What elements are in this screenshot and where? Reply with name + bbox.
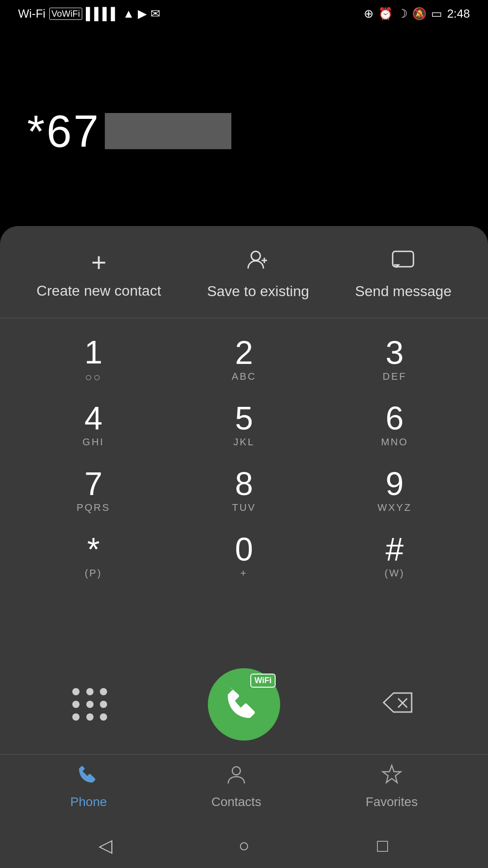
- location-icon: ▶: [138, 7, 147, 21]
- status-right: ⊕ ⏰ ☽ 🔕 ▭ 2:48: [364, 7, 470, 21]
- key-9-letters: WXYZ: [378, 502, 412, 514]
- clock-icon: ⏰: [378, 7, 393, 21]
- key-star-letters: (P): [85, 567, 102, 580]
- send-message-button[interactable]: Send message: [355, 249, 451, 300]
- moon-icon: ☽: [397, 7, 408, 21]
- backspace-icon: [382, 689, 413, 720]
- back-button[interactable]: ◁: [87, 827, 123, 863]
- action-row: + Create new contact Save to existing: [0, 226, 488, 318]
- key-hash-number: #: [385, 533, 404, 566]
- svg-point-6: [232, 767, 240, 775]
- key-5-number: 5: [235, 402, 253, 434]
- time-label: 2:48: [447, 7, 470, 21]
- system-nav-bar: ◁ ○ □: [0, 823, 488, 868]
- key-8-letters: TUV: [232, 502, 256, 514]
- nav-tabs: Phone Contacts Favorites: [0, 754, 488, 823]
- key-8-number: 8: [235, 467, 253, 500]
- tab-contacts-label: Contacts: [211, 795, 262, 809]
- key-0[interactable]: 0 +: [169, 524, 319, 589]
- key-8[interactable]: 8 TUV: [169, 458, 319, 524]
- key-6[interactable]: 6 MNO: [319, 393, 470, 458]
- email-icon: ✉: [150, 7, 160, 21]
- key-6-number: 6: [385, 402, 404, 434]
- carrier-label: Wi-Fi: [18, 7, 46, 21]
- key-3[interactable]: 3 DEF: [319, 327, 470, 393]
- dialpad-dots-button[interactable]: [63, 677, 117, 731]
- key-3-number: 3: [385, 336, 404, 369]
- dots-grid-icon: [72, 688, 108, 721]
- key-2-letters: ABC: [232, 371, 256, 383]
- bottom-action-row: WiFi: [0, 664, 488, 754]
- key-4-number: 4: [84, 402, 103, 434]
- recents-button[interactable]: □: [365, 827, 401, 863]
- call-button[interactable]: WiFi: [208, 668, 280, 741]
- home-icon: ○: [239, 835, 249, 856]
- key-9-number: 9: [385, 467, 404, 500]
- key-7-letters: PQRS: [76, 502, 110, 514]
- key-4[interactable]: 4 GHI: [18, 393, 169, 458]
- key-4-letters: GHI: [83, 436, 104, 449]
- keypad: 1 ○○ 2 ABC 3 DEF 4 GHI 5 JKL 6 MNO 7 PQR…: [0, 318, 488, 664]
- recents-icon: □: [377, 835, 388, 856]
- backspace-button[interactable]: [371, 677, 425, 731]
- key-1-number: 1: [84, 336, 103, 368]
- dialer-display: *67: [0, 27, 488, 235]
- key-hash[interactable]: # (W): [319, 524, 470, 589]
- status-left: Wi-Fi VoWiFi ▌▌▌▌ ▲ ▶ ✉: [18, 7, 160, 21]
- phone-handset-icon: [226, 686, 262, 722]
- key-9[interactable]: 9 WXYZ: [319, 458, 470, 524]
- favorites-tab-icon: [381, 764, 403, 790]
- tab-phone-label: Phone: [70, 795, 107, 809]
- save-to-existing-button[interactable]: Save to existing: [207, 249, 309, 300]
- key-5-letters: JKL: [234, 436, 255, 449]
- key-7-number: 7: [84, 467, 103, 500]
- key-hash-letters: (W): [385, 567, 404, 580]
- tab-phone[interactable]: Phone: [70, 764, 107, 809]
- tab-contacts[interactable]: Contacts: [211, 764, 262, 809]
- create-new-contact-label: Create new contact: [37, 283, 161, 299]
- phone-number-display: *67: [27, 105, 100, 157]
- send-message-label: Send message: [355, 283, 451, 300]
- svg-marker-7: [383, 765, 401, 783]
- tab-favorites[interactable]: Favorites: [366, 764, 418, 809]
- key-2[interactable]: 2 ABC: [169, 327, 319, 393]
- key-0-letters: +: [240, 567, 248, 580]
- alarm-icon: ⊕: [364, 7, 374, 21]
- key-star[interactable]: * (P): [18, 524, 169, 589]
- create-new-contact-button[interactable]: + Create new contact: [37, 249, 161, 299]
- plus-icon: +: [91, 249, 107, 275]
- home-button[interactable]: ○: [226, 827, 262, 863]
- key-6-letters: MNO: [381, 436, 408, 449]
- person-add-icon: [246, 249, 270, 276]
- key-3-letters: DEF: [383, 371, 407, 383]
- wifi-icon: ▲: [123, 7, 135, 21]
- svg-point-0: [251, 251, 260, 260]
- call-button-inner: WiFi: [226, 686, 262, 722]
- contacts-tab-icon: [225, 764, 247, 790]
- key-2-number: 2: [235, 336, 253, 369]
- message-icon: [391, 249, 415, 276]
- mute-icon: 🔕: [412, 7, 427, 21]
- back-icon: ◁: [99, 835, 113, 856]
- status-bar: Wi-Fi VoWiFi ▌▌▌▌ ▲ ▶ ✉ ⊕ ⏰ ☽ 🔕 ▭ 2:48: [0, 0, 488, 27]
- key-1-letters: ○○: [85, 370, 102, 384]
- key-7[interactable]: 7 PQRS: [18, 458, 169, 524]
- key-1[interactable]: 1 ○○: [18, 327, 169, 393]
- key-5[interactable]: 5 JKL: [169, 393, 319, 458]
- key-0-number: 0: [235, 533, 253, 566]
- battery-icon: ▭: [431, 7, 442, 21]
- bottom-panel: + Create new contact Save to existing: [0, 226, 488, 868]
- tab-favorites-label: Favorites: [366, 795, 418, 809]
- phone-tab-icon: [78, 764, 99, 790]
- key-star-number: *: [87, 533, 100, 566]
- vowifi-label: VoWiFi: [49, 8, 82, 20]
- text-cursor: [105, 113, 231, 149]
- save-to-existing-label: Save to existing: [207, 283, 309, 300]
- signal-icon: ▌▌▌▌: [86, 7, 119, 21]
- wifi-badge: WiFi: [250, 674, 276, 688]
